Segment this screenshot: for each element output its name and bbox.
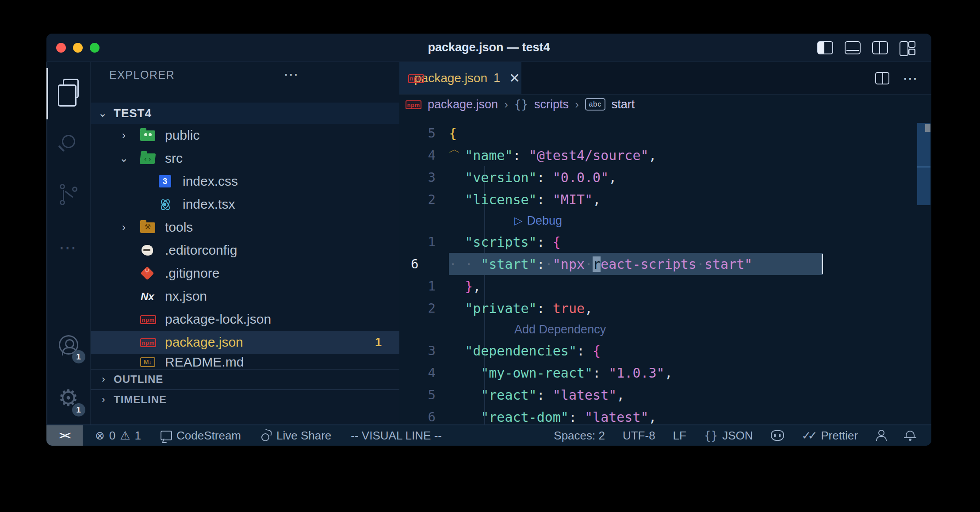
layout-controls [817,41,917,54]
code-line[interactable]: 3 "version": "0.0.0", [399,166,931,188]
codelens-debug[interactable]: ▷Debug [399,210,931,231]
toggle-secondary-sidebar-icon[interactable] [872,41,888,54]
line-number: 3 [399,170,449,185]
codelens-add-dependency[interactable]: Add Dependency [399,319,931,340]
editor-scrollbar[interactable] [917,123,930,205]
tree-item-index-tsx[interactable]: index.tsx [91,193,399,216]
code-line[interactable]: 6· · "start":·"npx·react-scripts·start" [399,253,931,275]
code-line[interactable]: 3 "dependencies": { [399,340,931,362]
customize-layout-icon[interactable] [900,41,917,54]
encoding-status[interactable]: UTF-8 [623,429,655,443]
breadcrumb-file[interactable]: package.json [428,98,498,111]
search-icon [62,135,75,148]
tree-item-readme-md[interactable]: M↓README.md [91,354,399,369]
tree-item-src[interactable]: ⌄‹›src [91,147,399,170]
tree-item--gitignore[interactable]: .gitignore [91,262,399,285]
line-number: 4 [399,365,449,380]
settings-button[interactable]: ⚙ 1 [46,371,91,424]
indentation-status[interactable]: Spaces: 2 [554,429,605,443]
accounts-badge: 1 [72,350,85,363]
eol-status[interactable]: LF [673,429,686,443]
code-line[interactable]: 5 "react": "latest", [399,384,931,406]
tab-strip: npm package.json 1 ✕ ⋯ [399,62,931,95]
code-line[interactable]: 1 "scripts": { [399,231,931,253]
notifications-status[interactable] [905,430,915,441]
remote-indicator[interactable]: >< [46,425,83,446]
line-number: 6 [399,409,449,424]
code-line[interactable]: 2 "license": "MIT", [399,188,931,210]
split-editor-icon[interactable] [875,72,889,84]
status-bar: >< ⊗ 0 ⚠ 1 CodeStream Live Share -- VISU… [46,424,931,446]
editor-more-actions-icon[interactable]: ⋯ [903,69,919,87]
breadcrumb-scripts[interactable]: scripts [534,98,569,111]
sidebar-item-search[interactable] [46,115,91,168]
breadcrumb: npm package.json › {} scripts › abc star… [399,95,931,114]
line-number: 6 [399,256,449,271]
tab-package-json[interactable]: npm package.json 1 ✕ [399,62,521,94]
tree-item-tools[interactable]: ›⚒tools [91,216,399,239]
breadcrumb-start[interactable]: start [612,98,635,111]
overview-ruler-warning-marker [925,124,930,132]
close-tab-icon[interactable]: ✕ [509,70,520,86]
tree-item-index-css[interactable]: 3index.css [91,170,399,193]
sidebar-item-more-views[interactable]: ⋯ [46,221,91,274]
git-modified-badge: 1 [375,336,382,349]
feedback-person-icon [876,430,887,441]
prettier-status[interactable]: ✓✓ Prettier [802,429,858,443]
timeline-section-header[interactable]: › TIMELINE [91,389,399,409]
codestream-status[interactable]: CodeStream [161,429,241,443]
accounts-button[interactable]: 1 [46,318,91,371]
git-icon [140,267,156,280]
toggle-panel-icon[interactable] [845,41,861,54]
toggle-sidebar-icon[interactable] [817,41,833,54]
tree-item--editorconfig[interactable]: .editorconfig [91,239,399,262]
codestream-icon [161,431,172,440]
language-mode-status[interactable]: {} JSON [704,429,753,443]
tree-item-nx-json[interactable]: Nxnx.json [91,285,399,308]
code-line[interactable]: 4 "my-own-react": "1.0.3", [399,362,931,384]
code-line[interactable]: 2 "private": true, [399,297,931,319]
npm-icon: npm [140,336,156,349]
folder-src-icon: ‹› [140,152,156,165]
markdown-icon: M↓ [140,355,156,369]
explorer-more-actions[interactable]: ⋯ [283,65,300,83]
play-icon: ▷ [514,214,522,227]
code-line[interactable]: 6 "react-dom": "latest", [399,406,931,424]
code-area[interactable]: 5{︿4 "name": "@test4/source",3 "version"… [399,114,931,424]
line-number: 1 [399,279,449,294]
fullscreen-window-button[interactable] [90,43,100,53]
folder-public-icon [140,129,156,142]
tree-item-label: .editorconfig [165,243,237,258]
sidebar-item-source-control[interactable] [46,168,91,221]
code-line[interactable]: 1 }, [399,275,931,297]
tree-item-package-lock-json[interactable]: npmpackage-lock.json [91,308,399,331]
copilot-status[interactable] [771,430,784,441]
code-line[interactable]: 4 "name": "@test4/source", [399,144,931,166]
files-icon [63,79,79,98]
warning-count: 1 [135,429,141,443]
live-share-status[interactable]: Live Share [260,429,331,443]
feedback-status[interactable] [876,430,887,441]
close-window-button[interactable] [56,43,66,53]
copilot-icon [771,430,784,441]
tree-item-label: README.md [165,355,244,369]
line-number: 2 [399,192,449,207]
outline-section-header[interactable]: › OUTLINE [91,369,399,389]
tree-item-label: tools [165,220,193,235]
tree-root-test4[interactable]: ⌄ TEST4 [91,103,399,124]
tree-item-public[interactable]: ›public [91,124,399,147]
editor-group: npm package.json 1 ✕ ⋯ npm package.json … [399,62,931,424]
tree-item-label: index.css [183,174,238,189]
tree-item-label: src [165,151,183,166]
npm-icon: npm [406,98,421,111]
tree-item-label: package.json [165,335,243,350]
minimize-window-button[interactable] [73,43,83,53]
tree-item-package-json[interactable]: npmpackage.json1 [91,331,399,354]
vim-mode-indicator[interactable]: -- VISUAL LINE -- [351,429,442,443]
react-icon [158,198,174,211]
ellipsis-icon: ⋯ [59,243,78,252]
sidebar-item-explorer[interactable] [46,62,91,115]
problems-status[interactable]: ⊗ 0 ⚠ 1 [95,429,141,443]
code-line[interactable]: 5{︿ [399,122,931,144]
double-check-icon: ✓✓ [802,429,814,443]
